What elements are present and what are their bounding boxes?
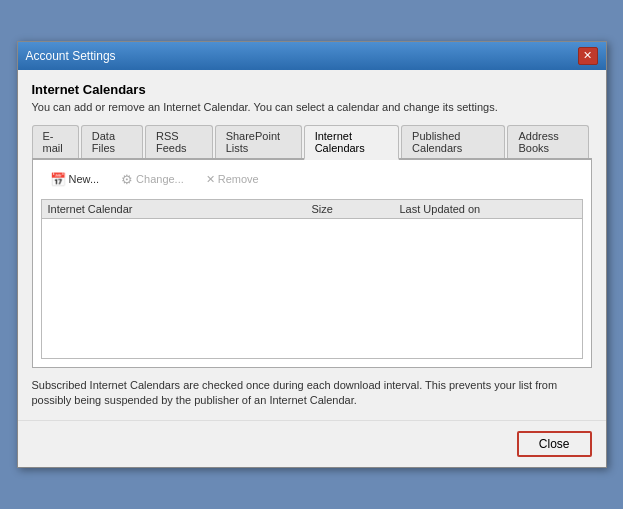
calendar-list: Internet Calendar Size Last Updated on — [41, 199, 583, 359]
list-header: Internet Calendar Size Last Updated on — [42, 200, 582, 219]
change-button[interactable]: Change... — [112, 168, 193, 191]
change-button-label: Change... — [136, 173, 184, 185]
remove-calendar-icon — [206, 173, 215, 186]
tab-email[interactable]: E-mail — [32, 125, 79, 158]
col-internet-calendar: Internet Calendar — [48, 203, 312, 215]
tab-internet-calendars[interactable]: Internet Calendars — [304, 125, 399, 160]
change-calendar-icon — [121, 172, 133, 187]
tab-data-files[interactable]: Data Files — [81, 125, 143, 158]
main-content: Internet Calendars You can add or remove… — [18, 70, 606, 421]
dialog-footer: Close — [18, 420, 606, 467]
list-body — [42, 219, 582, 349]
section-title: Internet Calendars — [32, 82, 592, 97]
tab-bar: E-mail Data Files RSS Feeds SharePoint L… — [32, 125, 592, 160]
remove-button[interactable]: Remove — [197, 169, 268, 190]
col-last-updated: Last Updated on — [400, 203, 576, 215]
close-button[interactable]: Close — [517, 431, 592, 457]
title-bar: Account Settings ✕ — [18, 42, 606, 70]
section-description: You can add or remove an Internet Calend… — [32, 101, 592, 113]
info-text: Subscribed Internet Calendars are checke… — [32, 378, 592, 409]
remove-button-label: Remove — [218, 173, 259, 185]
tab-rss-feeds[interactable]: RSS Feeds — [145, 125, 213, 158]
tab-published-calendars[interactable]: Published Calendars — [401, 125, 505, 158]
window-close-button[interactable]: ✕ — [578, 47, 598, 65]
col-size: Size — [312, 203, 400, 215]
new-button-label: New... — [69, 173, 100, 185]
window-title: Account Settings — [26, 49, 116, 63]
new-calendar-icon — [50, 172, 66, 187]
calendar-toolbar: New... Change... Remove — [41, 168, 583, 191]
account-settings-window: Account Settings ✕ Internet Calendars Yo… — [17, 41, 607, 469]
tab-address-books[interactable]: Address Books — [507, 125, 589, 158]
tab-sharepoint-lists[interactable]: SharePoint Lists — [215, 125, 302, 158]
internet-calendars-panel: New... Change... Remove Internet Calenda… — [32, 160, 592, 368]
new-button[interactable]: New... — [41, 168, 109, 191]
